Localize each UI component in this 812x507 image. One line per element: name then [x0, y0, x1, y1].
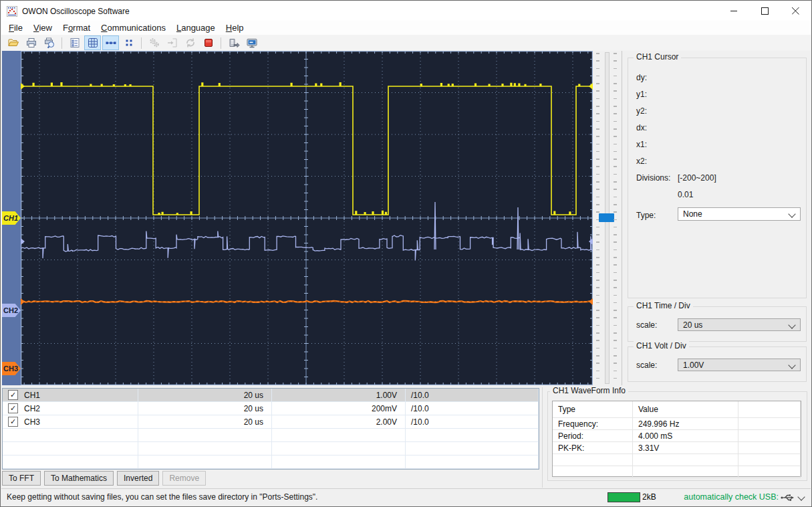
slider-ticks-right	[614, 53, 617, 383]
channel-volt[interactable]: 200mV	[272, 402, 406, 415]
print-preview-button[interactable]	[41, 35, 57, 50]
info-cell	[553, 466, 633, 478]
channel-row-ch1[interactable]: ✓CH1	[3, 389, 138, 402]
info-cell: PK-PK:	[553, 442, 633, 454]
toolbar-separator	[141, 37, 142, 49]
empty-cell[interactable]	[3, 429, 138, 442]
cursor-type-label: Type:	[636, 211, 656, 220]
grid-display-button[interactable]	[84, 35, 101, 50]
ch1-volt-div-title: CH1 Volt / Div	[634, 341, 689, 350]
to-fft-button[interactable]: To FFT	[2, 471, 41, 486]
slider-handle[interactable]	[599, 213, 614, 222]
channel-tag-ch3[interactable]: CH3	[2, 362, 21, 375]
channel-checkbox[interactable]: ✓	[8, 390, 18, 400]
channel-name: CH1	[24, 391, 40, 400]
chevron-down-icon	[788, 321, 795, 328]
channel-checkbox[interactable]: ✓	[8, 403, 18, 413]
info-cell	[738, 442, 801, 454]
channel-time[interactable]: 20 us	[138, 389, 272, 402]
channel-time[interactable]: 20 us	[138, 402, 272, 415]
open-file-button[interactable]	[5, 35, 21, 50]
channel-name: CH3	[24, 417, 40, 427]
empty-cell[interactable]	[3, 455, 138, 469]
channel-volt[interactable]: 2.00V	[272, 415, 406, 429]
menu-file[interactable]: File	[3, 21, 28, 34]
time-scale-label: scale:	[636, 320, 657, 330]
volt-scale-select[interactable]: 1.00V	[678, 359, 801, 371]
channel-probe[interactable]: /10.0	[406, 389, 539, 402]
channel-row-ch3[interactable]: ✓CH3	[3, 415, 138, 429]
info-cell	[738, 454, 801, 466]
cursor-type-select[interactable]: None	[678, 207, 801, 221]
empty-cell[interactable]	[406, 442, 539, 455]
list-display-button[interactable]	[66, 35, 83, 50]
remove-button: Remove	[162, 471, 206, 486]
stop-acquisition-button[interactable]	[200, 35, 217, 50]
channel-tag-ch2[interactable]: CH2	[2, 304, 21, 317]
info-cell	[738, 466, 801, 478]
cursor-field-label: dy:	[636, 73, 647, 82]
minimize-button[interactable]	[718, 1, 749, 21]
empty-cell[interactable]	[272, 442, 406, 455]
empty-cell[interactable]	[272, 429, 406, 442]
empty-cell[interactable]	[138, 455, 272, 469]
divisions-value: 0.01	[678, 190, 693, 199]
empty-cell[interactable]	[272, 455, 406, 469]
channel-name: CH2	[24, 404, 40, 413]
usb-dropdown-chevron-icon[interactable]	[797, 493, 805, 500]
channel-tag-ch1[interactable]: CH1	[2, 211, 21, 225]
channel-volt[interactable]: 1.00V	[272, 389, 406, 402]
empty-cell[interactable]	[3, 442, 138, 455]
volt-scale-label: scale:	[636, 361, 657, 370]
menu-communications[interactable]: Communications	[96, 21, 171, 34]
dots-display-button[interactable]	[120, 35, 137, 50]
save-waveform-button[interactable]	[225, 35, 242, 50]
info-cell	[553, 454, 633, 466]
toolbar	[1, 35, 811, 51]
info-cell	[738, 418, 801, 430]
dash-line-display-button[interactable]	[102, 35, 119, 50]
screen-display-button[interactable]	[243, 35, 260, 50]
channel-checkbox[interactable]: ✓	[8, 417, 18, 427]
menu-format[interactable]: Format	[57, 21, 96, 34]
usb-check-label: automatically check USB:	[684, 492, 779, 502]
usb-icon	[780, 494, 795, 502]
cursor-field-label: x2:	[636, 157, 647, 166]
empty-cell[interactable]	[138, 429, 272, 442]
channel-row-ch2[interactable]: ✓CH2	[3, 402, 138, 415]
maximize-button[interactable]	[749, 1, 780, 21]
cursor-type-value: None	[683, 209, 702, 219]
print-button[interactable]	[23, 35, 39, 50]
chevron-down-icon	[788, 361, 795, 369]
refresh-button	[182, 35, 198, 50]
info-cell: Period:	[553, 430, 633, 442]
menu-language[interactable]: Language	[171, 21, 221, 34]
channel-probe[interactable]: /10.0	[406, 415, 539, 429]
toolbar-separator	[221, 37, 221, 49]
vertical-position-slider	[594, 51, 619, 385]
channel-time[interactable]: 20 us	[138, 415, 272, 429]
empty-cell[interactable]	[406, 455, 539, 469]
empty-cell[interactable]	[138, 442, 272, 455]
channel-probe[interactable]: /10.0	[406, 402, 539, 415]
cursor-field-label: dx:	[636, 123, 647, 132]
info-header-cell: Type	[553, 401, 633, 418]
info-header-cell: Value	[633, 401, 738, 418]
ch1-volt-div-group: CH1 Volt / Div scale: 1.00V	[628, 346, 807, 382]
info-header-cell	[738, 401, 801, 418]
menu-view[interactable]: View	[28, 21, 57, 34]
app-window: OWON Oscilloscope Software FileViewForma…	[0, 0, 812, 507]
cursor-field-label: y1:	[636, 90, 647, 99]
ch1-time-div-title: CH1 Time / Div	[634, 301, 693, 310]
empty-cell[interactable]	[406, 429, 539, 442]
title-bar: OWON Oscilloscope Software	[1, 1, 811, 21]
inverted-button[interactable]: Inverted	[117, 471, 159, 486]
oscilloscope-display[interactable]	[21, 51, 593, 385]
close-button[interactable]	[780, 1, 811, 21]
time-scale-value: 20 us	[683, 320, 702, 330]
info-cell	[738, 430, 801, 442]
channel-table: ✓CH120 us1.00V/10.0✓CH220 us200mV/10.0✓C…	[2, 388, 539, 470]
time-scale-select[interactable]: 20 us	[678, 318, 801, 331]
to-mathematics-button[interactable]: To Mathematics	[44, 471, 114, 486]
menu-help[interactable]: Help	[221, 21, 249, 34]
